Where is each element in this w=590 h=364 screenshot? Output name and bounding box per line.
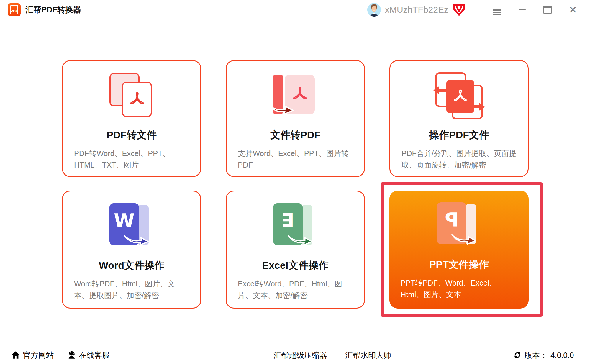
username-text[interactable]: xMUzhTFb22Ez bbox=[385, 5, 448, 15]
card-pdf-to-file[interactable]: PDF转文件 PDF转Word、Excel、PPT、HTML、TXT、图片 bbox=[62, 60, 201, 177]
official-website-label: 官方网站 bbox=[23, 350, 54, 360]
card-operate-pdf[interactable]: 操作PDF文件 PDF合并/分割、图片提取、页面提取、页面旋转、加密/解密 bbox=[389, 60, 529, 177]
pdf-solid-shape bbox=[446, 80, 474, 113]
card-title: 操作PDF文件 bbox=[390, 128, 528, 142]
menu-button[interactable] bbox=[487, 3, 506, 16]
card-ppt-operations[interactable]: P PPT文件操作 PPT转PDF、Word、Excel、Html、图片、文本 bbox=[389, 191, 529, 309]
version-label: 版本： bbox=[525, 350, 548, 360]
minimize-button[interactable] bbox=[513, 3, 532, 16]
arrow-right-icon bbox=[471, 102, 485, 111]
version-info: 版本： 4.0.0.0 bbox=[513, 350, 574, 360]
convert-arrow-icon bbox=[287, 232, 313, 245]
excel-doc-icon: E bbox=[269, 203, 322, 253]
file-to-pdf-icon bbox=[269, 72, 322, 123]
card-description: PPT转PDF、Word、Excel、Html、图片、文本 bbox=[389, 277, 529, 300]
customer-service-icon bbox=[67, 351, 76, 360]
watermark-master-label: 汇帮水印大师 bbox=[345, 350, 391, 360]
close-button[interactable]: ✕ bbox=[563, 3, 582, 16]
card-title: PPT文件操作 bbox=[389, 258, 529, 271]
app-title: 汇帮PDF转换器 bbox=[25, 4, 81, 15]
card-title: Word文件操作 bbox=[63, 259, 200, 272]
super-compressor-label: 汇帮超级压缩器 bbox=[273, 350, 327, 360]
card-title: 文件转PDF bbox=[227, 128, 364, 142]
update-refresh-icon[interactable] bbox=[513, 351, 522, 359]
vip-badge-icon[interactable] bbox=[453, 4, 466, 16]
card-description: PDF转Word、Excel、PPT、HTML、TXT、图片 bbox=[63, 148, 200, 171]
card-description: Word转PDF、Html、图片、文本、提取图片、加密/解密 bbox=[63, 278, 200, 301]
convert-arrow-icon bbox=[124, 232, 150, 245]
convert-arrow-icon bbox=[267, 100, 294, 114]
watermark-master-link[interactable]: 汇帮水印大师 bbox=[345, 350, 391, 360]
convert-arrow-icon bbox=[451, 231, 477, 245]
card-description: Excel转Word、PDF、Html、图片、文本、加密/解密 bbox=[227, 278, 364, 301]
maximize-button[interactable] bbox=[538, 3, 557, 16]
user-avatar[interactable] bbox=[367, 3, 381, 17]
title-bar: PDF 汇帮PDF转换器 xMUzhTFb22Ez ✕ bbox=[0, 0, 590, 19]
avatar-illustration bbox=[367, 3, 381, 17]
app-logo-label: PDF bbox=[8, 9, 21, 13]
acrobat-glyph-icon bbox=[128, 90, 146, 109]
super-compressor-link[interactable]: 汇帮超级压缩器 bbox=[273, 350, 327, 360]
arrow-left-icon bbox=[433, 86, 448, 95]
operate-pdf-icon bbox=[433, 72, 485, 123]
card-description: 支持Word、Excel、PPT、图片转PDF bbox=[227, 148, 364, 171]
card-description: PDF合并/分割、图片提取、页面提取、页面旋转、加密/解密 bbox=[390, 148, 528, 171]
maximize-icon bbox=[543, 6, 552, 14]
version-value: 4.0.0.0 bbox=[550, 350, 574, 360]
ppt-doc-icon: P bbox=[433, 202, 485, 252]
word-doc-icon: W bbox=[105, 203, 158, 253]
pdf-page-front-shape bbox=[122, 82, 152, 117]
card-word-operations[interactable]: W Word文件操作 Word转PDF、Html、图片、文本、提取图片、加密/解… bbox=[62, 191, 201, 309]
card-title: Excel文件操作 bbox=[227, 259, 364, 272]
app-logo-icon: PDF bbox=[8, 3, 21, 16]
card-file-to-pdf[interactable]: 文件转PDF 支持Word、Excel、PPT、图片转PDF bbox=[226, 60, 365, 177]
card-excel-operations[interactable]: E Excel文件操作 Excel转Word、PDF、Html、图片、文本、加密… bbox=[226, 191, 365, 309]
close-icon: ✕ bbox=[569, 5, 577, 15]
pdf-copy-icon bbox=[105, 72, 158, 123]
card-title: PDF转文件 bbox=[63, 128, 200, 142]
status-bar: 官方网站 在线客服 汇帮超级压缩器 汇帮水印大师 版本： 4.0.0.0 bbox=[0, 346, 590, 364]
online-service-label: 在线客服 bbox=[79, 350, 110, 360]
official-website-link[interactable]: 官方网站 bbox=[11, 350, 54, 360]
minimize-icon bbox=[519, 9, 526, 10]
acrobat-glyph-icon bbox=[452, 88, 469, 105]
titlebar-right-cluster: xMUzhTFb22Ez ✕ bbox=[367, 3, 582, 17]
home-icon bbox=[11, 351, 20, 360]
online-service-link[interactable]: 在线客服 bbox=[67, 350, 110, 360]
